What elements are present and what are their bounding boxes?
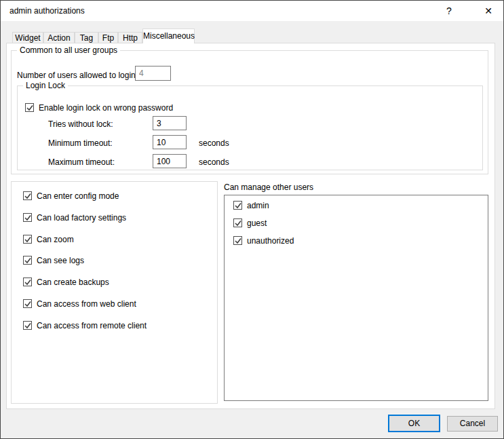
group-login-lock-title: Login Lock (23, 81, 68, 90)
close-icon: ✕ (484, 5, 492, 16)
checkbox-box[interactable] (23, 278, 32, 286)
maximum-timeout-label: Maximum timeout: (48, 157, 115, 168)
can-see-logs-checkbox[interactable]: Can see logs (23, 255, 84, 265)
user-unauthorized-checkbox[interactable]: unauthorized (233, 235, 294, 246)
tab-widget[interactable]: Widget (12, 32, 43, 43)
tab-tag[interactable]: Tag (75, 32, 98, 43)
cancel-button[interactable]: Cancel (447, 416, 498, 432)
checkbox-label: Can enter config mode (37, 191, 119, 201)
check-icon (24, 279, 31, 286)
checkbox-box[interactable] (23, 299, 32, 308)
checkbox-box[interactable] (23, 191, 32, 200)
manage-users-title: Can manage other users (224, 183, 313, 193)
enable-login-lock-checkbox[interactable]: Enable login lock on wrong password (25, 102, 173, 113)
group-common: Common to all user groups Number of user… (11, 50, 488, 174)
can-enter-config-mode-checkbox[interactable]: Can enter config mode (23, 191, 119, 201)
check-icon (235, 237, 241, 244)
check-icon (24, 193, 31, 199)
check-icon (24, 236, 31, 243)
check-icon (24, 322, 31, 329)
checkbox-box[interactable] (23, 235, 32, 244)
group-permissions: Can enter config mode Can load factory s… (11, 181, 218, 404)
window-title: admin authorizations (9, 1, 85, 21)
tab-action[interactable]: Action (43, 32, 75, 43)
checkbox-label: Can access from web client (37, 299, 136, 309)
enable-login-lock-label: Enable login lock on wrong password (39, 103, 173, 113)
users-allowed-input (135, 66, 171, 81)
check-icon (24, 301, 31, 307)
check-icon (235, 202, 241, 209)
checkbox-box[interactable] (23, 213, 32, 222)
users-allowed-label: Number of users allowed to login: (17, 71, 138, 81)
tab-http[interactable]: Http (118, 32, 142, 43)
maximum-timeout-input[interactable] (153, 154, 187, 168)
check-icon (235, 220, 241, 227)
tries-without-lock-input[interactable] (153, 116, 187, 130)
group-common-title: Common to all user groups (17, 45, 120, 55)
checkbox-label: Can create backups (37, 278, 109, 287)
checkbox-label: Can see logs (37, 256, 84, 265)
tries-without-lock-label: Tries without lock: (48, 119, 113, 130)
checkbox-box[interactable] (25, 103, 34, 112)
can-create-backups-checkbox[interactable]: Can create backups (23, 277, 109, 287)
checkbox-label: Can access from remote client (37, 321, 147, 330)
checkbox-box[interactable] (233, 201, 242, 210)
can-access-remote-client-checkbox[interactable]: Can access from remote client (23, 320, 147, 330)
check-icon (24, 214, 31, 221)
checkbox-box[interactable] (23, 256, 32, 265)
can-zoom-checkbox[interactable]: Can zoom (23, 234, 74, 244)
check-icon (24, 257, 31, 264)
minimum-timeout-unit: seconds (199, 138, 229, 149)
tab-ftp[interactable]: Ftp (98, 32, 118, 43)
ok-button[interactable]: OK (388, 415, 440, 432)
check-icon (26, 104, 33, 111)
checkbox-label: Can load factory settings (37, 213, 126, 223)
user-admin-checkbox[interactable]: admin (233, 200, 269, 210)
minimum-timeout-input[interactable] (153, 135, 187, 149)
group-login-lock: Login Lock Enable login lock on wrong pa… (17, 85, 483, 170)
tab-miscellaneous[interactable]: Miscellaneous (142, 28, 195, 43)
checkbox-box[interactable] (233, 236, 242, 245)
admin-authorizations-dialog: admin authorizations ? ✕ Widget Action T… (0, 0, 504, 439)
user-label: unauthorized (247, 236, 294, 246)
minimum-timeout-label: Minimum timeout: (48, 138, 113, 149)
checkbox-label: Can zoom (37, 235, 74, 244)
manage-users-list[interactable]: admin guest unauthorized (224, 195, 488, 401)
can-load-factory-settings-checkbox[interactable]: Can load factory settings (23, 212, 126, 223)
help-button[interactable]: ? (435, 1, 463, 21)
user-label: admin (247, 201, 269, 210)
user-label: guest (247, 218, 267, 228)
maximum-timeout-unit: seconds (199, 157, 229, 168)
user-guest-checkbox[interactable]: guest (233, 218, 267, 228)
checkbox-box[interactable] (233, 218, 242, 227)
help-icon: ? (446, 5, 452, 16)
title-bar: admin authorizations ? ✕ (1, 1, 503, 21)
tab-page-miscellaneous: Common to all user groups Number of user… (6, 43, 495, 409)
checkbox-box[interactable] (23, 321, 32, 330)
can-access-web-client-checkbox[interactable]: Can access from web client (23, 299, 136, 309)
close-button[interactable]: ✕ (473, 1, 504, 21)
